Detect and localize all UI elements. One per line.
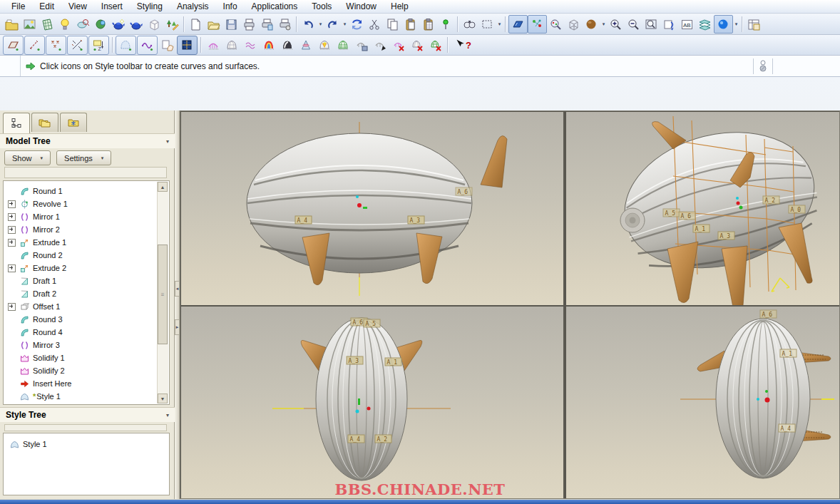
style-point-button[interactable] [46, 36, 66, 55]
mesh-surface-analysis-icon[interactable] [334, 36, 352, 54]
model-tree-menu-icon[interactable]: ▾ [166, 138, 169, 145]
style-surface-button[interactable] [116, 36, 136, 55]
display-style-icon[interactable] [714, 15, 733, 34]
tree-item-revolve-1[interactable]: Revolve 1 [4, 197, 169, 210]
layers-icon[interactable] [696, 16, 714, 33]
tree-item-round-2[interactable]: Round 2 [4, 249, 169, 262]
draft-analysis-icon[interactable] [315, 36, 334, 54]
cut-icon[interactable] [366, 16, 384, 33]
tree-item-solidify-1[interactable]: Solidify 1 [4, 351, 169, 364]
display-style-dropdown-icon[interactable]: ▾ [733, 16, 739, 33]
tree-item-mirror-2[interactable]: Mirror 2 [4, 223, 169, 236]
scroll-thumb[interactable]: ≡ [158, 245, 168, 344]
scroll-down-button[interactable]: ▼ [158, 394, 168, 403]
print-setup-icon[interactable] [276, 16, 294, 33]
saved-views-icon[interactable]: AB [678, 16, 696, 33]
menu-tools[interactable]: Tools [304, 1, 339, 12]
curve-edit-icon[interactable] [158, 36, 177, 54]
collapse-right-handle[interactable]: ► [175, 319, 180, 335]
print-icon[interactable] [240, 16, 258, 33]
collapse-left-handle[interactable]: ◄ [175, 281, 180, 297]
curvature-analysis-icon[interactable] [204, 36, 222, 54]
render-open-icon[interactable] [3, 16, 21, 33]
save-icon[interactable] [222, 16, 240, 33]
open-file-icon[interactable] [205, 16, 222, 33]
tree-item-draft-2[interactable]: Draft 2 [4, 287, 169, 300]
new-file-icon[interactable] [187, 16, 205, 33]
regenerate-icon[interactable] [348, 16, 366, 33]
tree-item-style-1[interactable]: *Style 1 [4, 390, 169, 403]
menu-window[interactable]: Window [339, 1, 384, 12]
print-preview-icon[interactable] [258, 16, 276, 33]
menu-edit[interactable]: Edit [32, 1, 61, 12]
menu-insert[interactable]: Insert [94, 1, 130, 12]
render-setup-icon[interactable] [74, 16, 92, 33]
style-curve-button[interactable] [137, 36, 158, 55]
perspective-icon[interactable] [39, 16, 56, 33]
settings-button[interactable]: Settings▾ [56, 150, 111, 165]
csys-display-toggle[interactable] [547, 16, 565, 33]
find-icon[interactable] [461, 16, 478, 33]
tree-item-mirror-3[interactable]: Mirror 3 [4, 339, 169, 351]
redo-icon[interactable] [324, 16, 342, 33]
expand-icon[interactable] [8, 303, 16, 311]
viewport-canvas-top-right[interactable]: A_5 A_6 A_1 A_3 A_2 A_0 [566, 112, 839, 305]
render-room-icon[interactable] [145, 16, 163, 33]
tree-item-offset-1[interactable]: Offset 1 [4, 300, 169, 313]
shaded-dropdown-icon[interactable]: ▾ [600, 16, 607, 33]
photorender-icon[interactable] [110, 16, 128, 33]
zoom-fit-icon[interactable] [642, 16, 660, 33]
expand-icon[interactable] [8, 200, 16, 208]
delete-all-analysis-icon[interactable] [426, 36, 445, 54]
undo-dropdown-icon[interactable]: ▾ [317, 16, 324, 33]
viewport-canvas-top-left[interactable]: A_4 A_3 A_6 [181, 112, 563, 305]
delete-surface-analysis-icon[interactable] [408, 36, 426, 54]
curve-wave-analysis-icon[interactable] [241, 36, 260, 54]
shaded-display-icon[interactable] [583, 16, 600, 33]
expand-icon[interactable] [8, 213, 16, 221]
viewport-top-left[interactable]: A_4 A_3 A_6 [181, 112, 563, 305]
panel-splitter[interactable]: ◄ ► [175, 110, 180, 499]
menu-analysis[interactable]: Analysis [170, 1, 216, 12]
menu-help[interactable]: Help [384, 1, 416, 12]
select-box-icon[interactable] [478, 16, 496, 33]
render-preview-icon[interactable] [128, 16, 145, 33]
delete-curvature-analysis-icon[interactable] [389, 36, 408, 54]
tab-model-tree[interactable] [3, 113, 30, 133]
viewport-top-right[interactable]: A_5 A_6 A_1 A_3 A_2 A_0 [566, 112, 839, 305]
redo-dropdown-icon[interactable]: ▾ [342, 16, 348, 33]
scene-icon[interactable] [21, 16, 39, 33]
active-plane-orient-button[interactable]: Z [88, 36, 109, 55]
expand-icon[interactable] [8, 264, 16, 272]
reflection-analysis-icon[interactable] [278, 36, 297, 54]
set-active-plane-button[interactable] [177, 36, 198, 55]
tab-favorites[interactable] [60, 113, 87, 132]
spin-center-toggle[interactable] [565, 16, 583, 33]
menu-info[interactable]: Info [216, 1, 245, 12]
paste-icon[interactable] [401, 16, 419, 33]
render-region-icon[interactable] [92, 16, 110, 33]
copy-icon[interactable] [384, 16, 401, 33]
texture-icon[interactable] [163, 16, 181, 33]
tree-item-extrude-2[interactable]: Extrude 2 [4, 262, 169, 274]
style-line-button[interactable] [24, 36, 45, 55]
tree-item-round-4[interactable]: Round 4 [4, 326, 169, 339]
show-button[interactable]: Show▾ [4, 150, 51, 165]
select-dropdown-icon[interactable]: ▾ [496, 16, 503, 33]
tab-folder-browser[interactable] [31, 113, 58, 132]
quick-analysis-icon[interactable] [371, 36, 389, 54]
datum-point-display-toggle[interactable] [528, 15, 547, 34]
scroll-up-button[interactable]: ▲ [158, 182, 168, 192]
zoom-out-icon[interactable] [625, 16, 642, 33]
viewport-bottom-left[interactable]: A_6 A_5 A_3 A_1 A_4 A_2 [181, 307, 563, 498]
reorient-view-icon[interactable] [660, 16, 678, 33]
menu-styling[interactable]: Styling [130, 1, 170, 12]
stop-indicator-icon[interactable] [758, 59, 768, 73]
model-check-icon[interactable] [437, 16, 455, 33]
expand-icon[interactable] [8, 239, 16, 247]
menu-view[interactable]: View [61, 1, 94, 12]
tree-item-round-1[interactable]: Round 1 [4, 185, 169, 197]
lights-icon[interactable] [56, 16, 74, 33]
menu-applications[interactable]: Applications [245, 1, 305, 12]
menu-file[interactable]: File [4, 1, 32, 12]
